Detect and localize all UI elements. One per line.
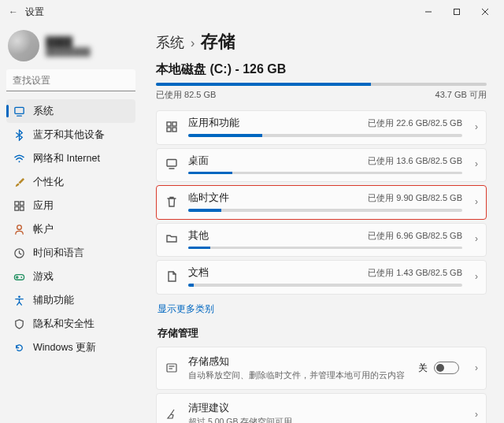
nav-label: 应用 (33, 199, 54, 213)
storage-card-desktop[interactable]: 桌面已使用 13.6 GB/82.5 GB› (156, 148, 487, 183)
sidebar: ████ ████████ 系统蓝牙和其他设备网络和 Internet个性化应用… (0, 24, 142, 423)
cleanup-title: 清理建议 (188, 402, 459, 415)
search-input[interactable] (6, 69, 135, 91)
svg-rect-21 (172, 128, 176, 132)
svg-rect-20 (167, 128, 171, 132)
nav-list: 系统蓝牙和其他设备网络和 Internet个性化应用帐户时间和语言游戏辅助功能隐… (6, 99, 135, 359)
nav-item-system[interactable]: 系统 (6, 99, 135, 123)
svg-point-11 (17, 224, 21, 229)
svg-rect-18 (167, 122, 171, 126)
broom-icon (165, 408, 179, 421)
svg-rect-19 (172, 122, 176, 126)
nav-label: 隐私和安全性 (33, 317, 94, 331)
svg-rect-24 (167, 364, 176, 372)
chevron-right-icon: › (191, 36, 195, 50)
toggle-label: 关 (418, 362, 428, 375)
nav-label: 帐户 (33, 223, 54, 236)
grid-icon (13, 199, 25, 212)
card-stat: 已使用 22.6 GB/82.5 GB (368, 117, 462, 129)
chevron-right-icon: › (475, 158, 478, 169)
card-stat: 已使用 6.96 GB/82.5 GB (368, 230, 462, 242)
nav-item-privacy[interactable]: 隐私和安全性 (6, 312, 135, 336)
monitor-icon (13, 105, 25, 117)
disk-usage-bar (156, 83, 487, 86)
nav-label: Windows 更新 (33, 341, 96, 354)
storage-sense-icon (165, 362, 179, 374)
minimize-button[interactable] (414, 1, 443, 23)
maximize-button[interactable] (443, 1, 471, 23)
svg-rect-22 (167, 160, 176, 167)
svg-point-6 (18, 161, 20, 162)
nav-item-gaming[interactable]: 游戏 (6, 265, 135, 288)
accessibility-icon (13, 294, 25, 306)
grid-icon (165, 121, 179, 133)
breadcrumb: 系统 › 存储 (156, 30, 487, 54)
disk-used-label: 已使用 82.5 GB (156, 89, 216, 101)
chevron-right-icon: › (475, 271, 478, 282)
chevron-right-icon: › (475, 233, 478, 244)
nav-label: 个性化 (33, 176, 64, 189)
nav-label: 游戏 (33, 270, 54, 284)
breadcrumb-parent[interactable]: 系统 (156, 33, 184, 52)
titlebar: ← 设置 (0, 0, 504, 24)
card-bar (188, 209, 462, 212)
card-name: 桌面 (188, 154, 209, 168)
nav-label: 蓝牙和其他设备 (33, 128, 105, 142)
main-content: 系统 › 存储 本地磁盘 (C:) - 126 GB 已使用 82.5 GB 4… (142, 24, 504, 423)
svg-rect-7 (14, 201, 18, 205)
storage-card-temp[interactable]: 临时文件已使用 9.90 GB/82.5 GB› (156, 185, 487, 220)
storage-mgmt-heading: 存储管理 (158, 327, 487, 340)
profile-name: ████ (46, 36, 91, 47)
storage-sense-card[interactable]: 存储感知 自动释放空间、删除临时文件，并管理本地可用的云内容 关 › (156, 347, 487, 390)
chevron-right-icon: › (475, 362, 478, 373)
nav-item-network[interactable]: 网络和 Internet (6, 147, 135, 170)
card-bar (188, 284, 462, 287)
person-icon (13, 223, 25, 236)
show-more-link[interactable]: 显示更多类别 (158, 302, 214, 316)
svg-point-16 (20, 276, 22, 278)
svg-rect-10 (20, 206, 24, 210)
card-name: 应用和功能 (188, 117, 239, 130)
update-icon (13, 341, 25, 354)
nav-item-bluetooth[interactable]: 蓝牙和其他设备 (6, 123, 135, 147)
storage-card-docs[interactable]: 文档已使用 1.43 GB/82.5 GB› (156, 260, 487, 295)
nav-label: 系统 (33, 105, 54, 118)
storage-sense-toggle[interactable] (434, 362, 459, 374)
card-name: 临时文件 (188, 191, 229, 205)
profile-email: ████████ (46, 47, 91, 56)
nav-item-personalization[interactable]: 个性化 (6, 170, 135, 194)
nav-item-apps[interactable]: 应用 (6, 194, 135, 217)
nav-item-accounts[interactable]: 帐户 (6, 217, 135, 241)
storage-sense-sub: 自动释放空间、删除临时文件，并管理本地可用的云内容 (188, 370, 409, 381)
svg-rect-9 (14, 206, 18, 210)
nav-item-update[interactable]: Windows 更新 (6, 336, 135, 359)
trash-icon (165, 195, 179, 208)
breadcrumb-current: 存储 (201, 30, 235, 54)
monitor-icon (165, 158, 179, 170)
avatar (8, 30, 39, 61)
disk-free-label: 43.7 GB 可用 (435, 89, 487, 101)
profile[interactable]: ████ ████████ (8, 30, 135, 61)
nav-item-time[interactable]: 时间和语言 (6, 241, 135, 265)
bluetooth-icon (13, 128, 25, 141)
cleanup-sub: 超过 5.00 GB 存储空间可用。 (188, 417, 459, 424)
card-bar (188, 247, 462, 250)
doc-icon (165, 270, 179, 283)
svg-line-27 (171, 410, 174, 414)
chevron-right-icon: › (475, 196, 478, 207)
svg-point-17 (18, 295, 20, 298)
nav-label: 时间和语言 (33, 247, 84, 260)
wifi-icon (13, 152, 25, 165)
back-button[interactable]: ← (8, 6, 19, 17)
cleanup-card[interactable]: 清理建议 超过 5.00 GB 存储空间可用。 › (156, 393, 487, 424)
window-title: 设置 (25, 6, 44, 19)
svg-rect-1 (454, 9, 460, 15)
svg-rect-4 (14, 107, 23, 113)
storage-category-list: 应用和功能已使用 22.6 GB/82.5 GB›桌面已使用 13.6 GB/8… (156, 110, 487, 295)
close-button[interactable] (471, 1, 499, 23)
chevron-right-icon: › (475, 409, 478, 420)
storage-card-apps[interactable]: 应用和功能已使用 22.6 GB/82.5 GB› (156, 110, 487, 145)
storage-card-other[interactable]: 其他已使用 6.96 GB/82.5 GB› (156, 223, 487, 258)
nav-item-accessibility[interactable]: 辅助功能 (6, 288, 135, 312)
disk-title: 本地磁盘 (C:) - 126 GB (156, 61, 487, 78)
